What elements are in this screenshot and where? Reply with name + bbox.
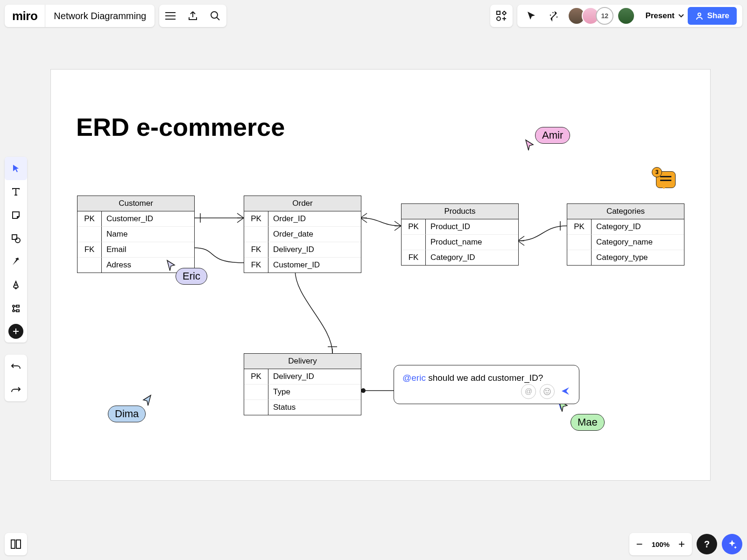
erd-table-order[interactable]: OrderPKOrder_IDOrder_dateFKDelivery_IDFK… [244, 196, 361, 273]
erd-table-products[interactable]: ProductsPKProduct_IDProduct_nameFKCatego… [401, 203, 519, 266]
cursor-mae: Mae [571, 414, 605, 431]
erd-field: Status [268, 400, 361, 415]
board-header: miro Network Diagramming [5, 5, 155, 27]
menu-icon[interactable] [159, 5, 182, 27]
erd-table-customer[interactable]: CustomerPKCustomer_IDNameFKEmailAdress [77, 196, 195, 273]
erd-field: Email [102, 242, 194, 258]
comment-card[interactable]: @eric should we add customer_ID? @ [394, 365, 579, 404]
erd-key: PK [567, 219, 592, 235]
send-icon[interactable] [558, 384, 572, 398]
help-button[interactable]: ? [697, 534, 717, 554]
svg-line-20 [360, 218, 367, 223]
tool-pen[interactable] [5, 273, 27, 297]
canvas[interactable]: ERD e-commerce CustomerPKCustomer_IDName… [50, 69, 711, 481]
svg-rect-13 [16, 310, 19, 312]
erd-key [244, 227, 268, 242]
svg-point-7 [698, 13, 701, 16]
svg-point-12 [13, 310, 14, 312]
erd-field: Category_type [592, 250, 684, 265]
apps-button[interactable] [490, 5, 513, 27]
svg-point-32 [546, 390, 546, 391]
cursor-amir: Amir [535, 127, 570, 144]
cursor-dima: Dima [108, 406, 146, 422]
cursor-mode-icon[interactable] [520, 5, 543, 27]
tool-select[interactable] [5, 157, 27, 180]
frames-panel-button[interactable] [5, 533, 27, 555]
erd-key: PK [244, 369, 268, 385]
tool-line[interactable] [5, 250, 27, 273]
tool-sticky[interactable] [5, 203, 27, 227]
tool-add[interactable] [8, 324, 23, 339]
erd-key [567, 250, 592, 265]
erd-table-title: Categories [567, 204, 684, 219]
svg-point-3 [211, 12, 218, 18]
emoji-icon[interactable] [540, 384, 555, 399]
svg-point-6 [497, 17, 500, 21]
ai-button[interactable] [722, 534, 742, 554]
cursor-eric: Eric [176, 268, 207, 285]
svg-point-9 [15, 238, 20, 243]
person-add-icon [695, 12, 704, 20]
zoom-value[interactable]: 100% [650, 540, 671, 548]
zoom-out-button[interactable]: − [629, 533, 650, 555]
comment-count: 3 [652, 167, 662, 177]
svg-rect-11 [16, 305, 19, 307]
svg-line-4 [217, 17, 219, 20]
cursor-label: Eric [176, 268, 207, 285]
erd-key: PK [244, 211, 268, 227]
zoom-control: − 100% + [629, 533, 692, 555]
diagram-title[interactable]: ERD e-commerce [76, 112, 285, 141]
svg-line-26 [518, 241, 524, 245]
search-icon[interactable] [204, 5, 226, 27]
erd-key: FK [244, 258, 268, 273]
reactions-icon[interactable] [543, 5, 565, 27]
erd-table-delivery[interactable]: DeliveryPKDelivery_IDTypeStatus [244, 353, 361, 415]
erd-field: Order_date [268, 227, 361, 242]
erd-table-title: Customer [78, 196, 194, 211]
share-label: Share [707, 11, 729, 21]
erd-key: PK [402, 219, 426, 235]
erd-key: FK [244, 242, 268, 258]
svg-line-23 [395, 226, 401, 231]
collaborator-avatars[interactable]: 12 [565, 7, 638, 25]
share-button[interactable]: Share [688, 7, 737, 25]
erd-key [244, 385, 268, 400]
board-name[interactable]: Network Diagramming [45, 11, 155, 21]
svg-line-18 [360, 213, 367, 218]
export-icon[interactable] [182, 5, 204, 27]
tool-frame[interactable] [5, 297, 27, 320]
erd-field: Product_ID [426, 219, 518, 235]
top-actions [159, 5, 226, 27]
erd-table-title: Delivery [244, 354, 361, 369]
avatar-me[interactable] [617, 7, 635, 25]
collab-panel: 12 Present Share [517, 5, 742, 27]
erd-field: Customer_ID [268, 258, 361, 273]
erd-key [244, 400, 268, 415]
svg-line-15 [237, 213, 244, 218]
erd-field: Category_name [592, 235, 684, 250]
svg-point-33 [548, 390, 549, 391]
miro-logo[interactable]: miro [5, 5, 45, 27]
comment-bubble[interactable]: 3 [656, 171, 676, 188]
present-label: Present [645, 11, 674, 21]
undo-button[interactable] [5, 355, 27, 378]
avatar-overflow[interactable]: 12 [596, 7, 613, 25]
erd-table-categories[interactable]: CategoriesPKCategory_IDCategory_nameCate… [567, 203, 684, 266]
erd-field: Type [268, 385, 361, 400]
zoom-in-button[interactable]: + [671, 533, 692, 555]
erd-key [78, 258, 102, 273]
present-button[interactable]: Present [638, 5, 687, 27]
svg-point-31 [544, 388, 550, 395]
erd-key: PK [78, 211, 102, 227]
undo-redo-panel [5, 355, 27, 401]
tool-shape[interactable] [5, 227, 27, 250]
svg-rect-34 [11, 540, 15, 548]
tool-text[interactable] [5, 180, 27, 203]
left-toolbar [5, 157, 27, 343]
svg-point-10 [13, 305, 14, 307]
chevron-down-icon [678, 14, 684, 18]
svg-line-17 [237, 218, 244, 223]
redo-button[interactable] [5, 378, 27, 401]
erd-field: Category_ID [592, 219, 684, 235]
mention-icon[interactable]: @ [521, 384, 536, 399]
